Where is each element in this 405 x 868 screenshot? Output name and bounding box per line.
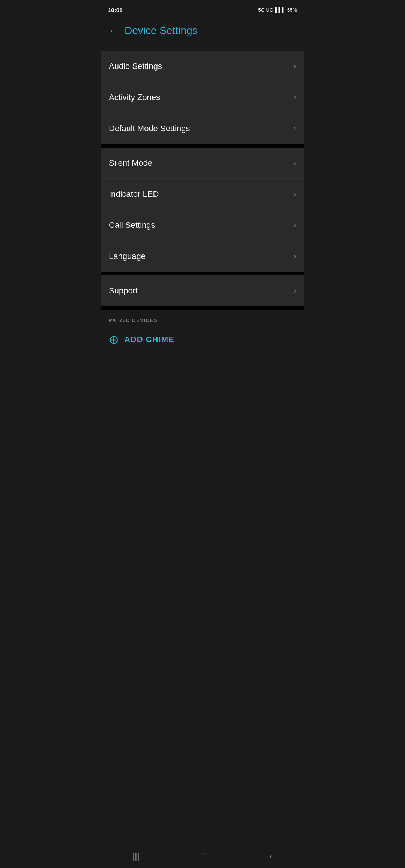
chevron-right-icon: › xyxy=(294,251,296,261)
menu-group-3: Support › xyxy=(101,275,304,306)
menu-item-call-settings[interactable]: Call Settings › xyxy=(101,210,304,241)
menu-item-activity-zones-label: Activity Zones xyxy=(109,93,160,102)
status-bar: 10:01 5G UC ▌▌▌ 65% xyxy=(101,0,304,18)
chevron-right-icon: › xyxy=(294,158,296,168)
add-chime-button[interactable]: ⊕ ADD CHIME xyxy=(109,331,296,349)
section-divider-3 xyxy=(101,306,304,310)
status-right: 5G UC ▌▌▌ 65% xyxy=(258,7,297,13)
menu-item-silent-mode[interactable]: Silent Mode › xyxy=(101,148,304,179)
chevron-right-icon: › xyxy=(294,286,296,296)
section-divider-2 xyxy=(101,272,304,275)
menu-group-2: Silent Mode › Indicator LED › Call Setti… xyxy=(101,148,304,272)
section-divider-1 xyxy=(101,144,304,148)
menu-item-language-label: Language xyxy=(109,251,146,261)
menu-item-support-label: Support xyxy=(109,286,138,296)
menu-item-call-settings-label: Call Settings xyxy=(109,220,155,230)
status-time: 10:01 xyxy=(108,7,122,13)
menu-item-support[interactable]: Support › xyxy=(101,275,304,306)
status-network: 5G UC xyxy=(258,7,273,13)
menu-item-audio-settings-label: Audio Settings xyxy=(109,61,162,71)
menu-item-language[interactable]: Language › xyxy=(101,241,304,272)
top-spacer xyxy=(101,43,304,51)
menu-item-audio-settings[interactable]: Audio Settings › xyxy=(101,51,304,82)
menu-item-indicator-led[interactable]: Indicator LED › xyxy=(101,179,304,210)
menu-item-silent-mode-label: Silent Mode xyxy=(109,158,152,168)
back-button[interactable]: ← xyxy=(109,25,118,37)
status-battery: 65% xyxy=(287,7,297,13)
status-signal: ▌▌▌ xyxy=(275,7,285,13)
menu-group-1: Audio Settings › Activity Zones › Defaul… xyxy=(101,51,304,144)
menu-item-default-mode-settings-label: Default Mode Settings xyxy=(109,124,190,133)
add-chime-label: ADD CHIME xyxy=(124,335,174,344)
page-header: ← Device Settings xyxy=(101,18,304,43)
main-content: Audio Settings › Activity Zones › Defaul… xyxy=(101,43,304,382)
chevron-right-icon: › xyxy=(294,124,296,133)
chevron-right-icon: › xyxy=(294,189,296,199)
add-chime-plus-icon: ⊕ xyxy=(109,334,119,346)
chevron-right-icon: › xyxy=(294,93,296,102)
chevron-right-icon: › xyxy=(294,61,296,71)
menu-item-default-mode-settings[interactable]: Default Mode Settings › xyxy=(101,113,304,144)
menu-item-indicator-led-label: Indicator LED xyxy=(109,189,159,199)
paired-devices-section: PAIRED DEVICES ⊕ ADD CHIME xyxy=(101,310,304,352)
chevron-right-icon: › xyxy=(294,220,296,230)
menu-item-activity-zones[interactable]: Activity Zones › xyxy=(101,82,304,113)
paired-devices-label: PAIRED DEVICES xyxy=(109,317,296,323)
page-title: Device Settings xyxy=(124,25,198,37)
